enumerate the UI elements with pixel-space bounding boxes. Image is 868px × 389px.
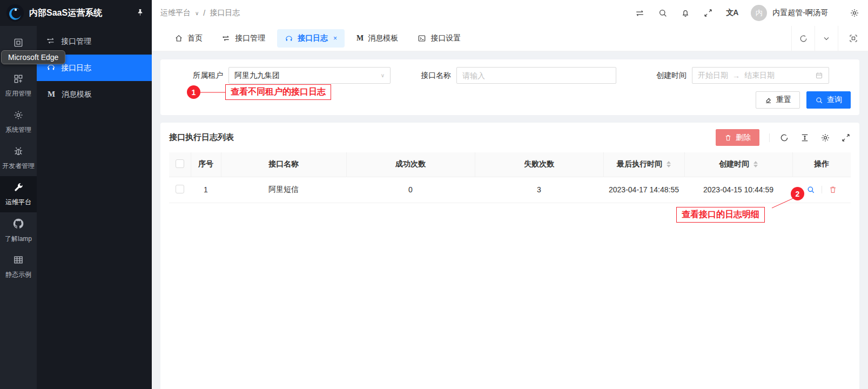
- tab-interface-settings[interactable]: 接口设置: [410, 29, 468, 48]
- delete-button[interactable]: 删除: [716, 129, 759, 146]
- tenant-filter-label: 所属租户: [193, 71, 223, 81]
- row-checkbox[interactable]: [176, 185, 184, 193]
- col-fail-count: 失败次数: [475, 152, 603, 177]
- page-content: 所属租户 阿里九九集团 ∨ 接口名称 创建时间 开始日期: [152, 51, 868, 389]
- tab-message-template[interactable]: M 消息模板: [349, 29, 406, 48]
- tab-bar: 首页 接口管理 接口日志 × M 消息模板 接口设置: [152, 26, 868, 51]
- date-range-picker[interactable]: 开始日期 → 结束日期: [692, 67, 829, 84]
- cell-success-count: 0: [346, 177, 475, 203]
- col-interface-name: 接口名称: [221, 152, 346, 177]
- tab-home[interactable]: 首页: [167, 29, 210, 48]
- maximize-layout-icon[interactable]: [838, 26, 868, 51]
- tab-interface-manage[interactable]: 接口管理: [214, 29, 273, 48]
- github-icon: [12, 218, 24, 231]
- cell-index: 1: [191, 177, 221, 203]
- col-create-time[interactable]: 创建时间: [684, 152, 792, 177]
- left-sidebar: 内部SaaS运营系统 租户管理 应用管理 系统管理: [0, 0, 152, 389]
- annotation-note-1: 查看不同租户的接口日志: [225, 84, 331, 100]
- tenant-icon: [13, 37, 24, 50]
- interface-name-label: 接口名称: [421, 71, 451, 81]
- sort-icon[interactable]: [753, 161, 758, 167]
- tenant-select-value: 阿里九九集团: [234, 71, 381, 81]
- interface-name-input[interactable]: [456, 67, 616, 84]
- create-time-label: 创建时间: [656, 71, 687, 81]
- menu-item-message-template[interactable]: M 消息模板: [37, 81, 152, 108]
- switch-tenant-icon[interactable]: [635, 8, 645, 18]
- rail-item-developer[interactable]: 开发者管理: [0, 140, 37, 176]
- chevron-down-icon: ∨: [195, 10, 199, 16]
- view-log-detail-icon[interactable]: [806, 185, 815, 194]
- reset-button[interactable]: 重置: [756, 91, 800, 109]
- table-title: 接口执行日志列表: [169, 132, 234, 143]
- app-logo: [6, 4, 24, 22]
- headphones-icon: [285, 34, 293, 43]
- settings-gear-icon[interactable]: [850, 8, 859, 18]
- user-name: 内置超管-啊汤哥: [772, 8, 828, 18]
- annotation-badge-2: 2: [791, 187, 804, 200]
- app-title: 内部SaaS运营系统: [29, 8, 136, 19]
- cell-interface-name: 阿里短信: [221, 177, 346, 203]
- tab-list-chevron-icon[interactable]: [815, 26, 838, 51]
- end-date-placeholder: 结束日期: [744, 71, 775, 81]
- close-tab-icon[interactable]: ×: [333, 35, 337, 42]
- gear-icon: [13, 110, 24, 122]
- bug-icon: [13, 146, 24, 158]
- column-settings-gear-icon[interactable]: [820, 133, 830, 143]
- divider: [822, 186, 822, 193]
- rail-item-system[interactable]: 系统管理: [0, 104, 37, 140]
- col-actions: 操作: [792, 152, 851, 177]
- wrench-icon: [13, 182, 24, 194]
- primary-nav-rail: 租户管理 应用管理 系统管理 开发者管理 运维平台: [0, 26, 37, 389]
- select-all-checkbox[interactable]: [176, 159, 184, 168]
- translate-icon[interactable]: 文A: [726, 8, 738, 18]
- breadcrumb-current: 接口日志: [210, 8, 240, 18]
- annotation-badge-1: 1: [187, 85, 200, 99]
- fullscreen-icon[interactable]: [703, 8, 713, 18]
- bell-icon[interactable]: [681, 8, 690, 18]
- user-menu[interactable]: 内 内置超管-啊汤哥: [751, 5, 828, 21]
- refresh-tab-icon[interactable]: [791, 26, 815, 51]
- rail-item-static[interactable]: 静态示例: [0, 249, 37, 285]
- cell-last-exec-time: 2023-04-17 14:48:55: [603, 177, 684, 203]
- avatar: 内: [751, 5, 767, 21]
- browser-tooltip: Microsoft Edge: [1, 50, 65, 64]
- col-last-exec-time[interactable]: 最后执行时间: [603, 152, 684, 177]
- start-date-placeholder: 开始日期: [698, 71, 728, 81]
- refresh-table-icon[interactable]: [779, 133, 789, 143]
- pin-icon[interactable]: [136, 8, 144, 18]
- search-icon[interactable]: [658, 8, 668, 18]
- sort-icon[interactable]: [667, 161, 671, 167]
- logo-bar: 内部SaaS运营系统: [0, 0, 152, 26]
- range-arrow-icon: →: [732, 71, 740, 80]
- secondary-nav: 接口管理 接口日志 M 消息模板: [37, 26, 152, 389]
- row-density-icon[interactable]: [800, 133, 810, 143]
- expand-table-icon[interactable]: [841, 133, 851, 143]
- col-index: 序号: [191, 152, 221, 177]
- delete-row-icon[interactable]: [829, 185, 837, 194]
- tenant-select[interactable]: 阿里九九集团 ∨: [228, 67, 391, 84]
- breadcrumb: 运维平台 ∨ / 接口日志: [160, 8, 240, 18]
- rail-item-ops[interactable]: 运维平台: [0, 176, 37, 212]
- home-icon: [174, 34, 183, 43]
- message-template-icon: M: [46, 90, 56, 99]
- app-window: 内部SaaS运营系统 租户管理 应用管理 系统管理: [0, 0, 868, 389]
- eraser-icon: [764, 96, 772, 104]
- col-success-count: 成功次数: [346, 152, 475, 177]
- log-list-panel: 接口执行日志列表 删除: [160, 123, 859, 389]
- swap-icon: [222, 34, 231, 43]
- message-template-icon: M: [356, 34, 364, 43]
- annotation-note-2: 查看接口的日志明细: [676, 207, 765, 223]
- rail-item-lamp[interactable]: 了解lamp: [0, 212, 37, 249]
- tab-interface-log[interactable]: 接口日志 ×: [277, 29, 345, 48]
- table-header-row: 序号 接口名称 成功次数 失败次数 最后执行时间 创建时间: [169, 152, 851, 177]
- query-button[interactable]: 查询: [806, 91, 851, 109]
- chevron-down-icon: ∨: [381, 72, 385, 78]
- table-row: 1 阿里短信 0 3 2023-04-17 14:48:55 2023-04-1…: [169, 177, 851, 203]
- trash-icon: [724, 134, 732, 142]
- swap-icon: [46, 36, 56, 47]
- calendar-icon: [815, 71, 823, 79]
- apps-icon: [13, 73, 24, 86]
- breadcrumb-parent[interactable]: 运维平台: [160, 8, 191, 18]
- cell-fail-count: 3: [475, 177, 603, 203]
- rail-item-apps[interactable]: 应用管理: [0, 68, 37, 104]
